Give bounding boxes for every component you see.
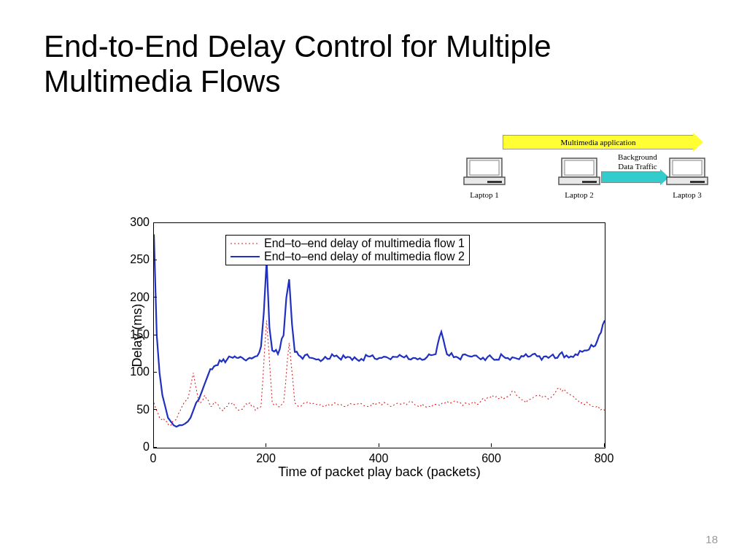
x-tick-label: 0 (150, 452, 157, 465)
y-tick-label: 150 (124, 328, 150, 341)
y-tick-label: 100 (124, 365, 150, 378)
x-tick-label: 200 (256, 452, 276, 465)
svg-rect-3 (487, 181, 502, 183)
laptop-1-icon: Laptop 1 (462, 157, 506, 193)
x-axis-label: Time of packet play back (packets) (153, 464, 605, 480)
background-traffic-arrow (601, 171, 661, 183)
legend-entry-flow2: End–to–end delay of multimedia flow 2 (231, 250, 465, 263)
svg-rect-11 (690, 181, 705, 183)
slide: End-to-End Delay Control for Multiple Mu… (0, 0, 747, 560)
y-tick-label: 200 (124, 291, 150, 304)
x-tick-label: 800 (595, 452, 614, 465)
svg-rect-1 (470, 160, 499, 175)
svg-rect-9 (673, 160, 702, 175)
network-diagram: Multimedia application Background Data T… (462, 135, 711, 208)
page-number: 18 (705, 533, 718, 545)
series-flow1-line (154, 321, 605, 426)
svg-rect-7 (582, 181, 597, 183)
delay-chart: Delay (ms) Time of packet play back (pac… (102, 215, 627, 478)
y-tick-label: 0 (124, 440, 150, 454)
y-tick-label: 250 (124, 253, 150, 266)
chart-legend: End–to–end delay of multimedia flow 1 En… (225, 235, 470, 265)
laptop-2-icon: Laptop 2 (557, 157, 601, 193)
laptop-3-icon: Laptop 3 (665, 157, 709, 193)
x-tick-label: 400 (369, 452, 389, 465)
plot-area: End–to–end delay of multimedia flow 1 En… (153, 222, 605, 448)
slide-title: End-to-End Delay Control for Multiple Mu… (44, 29, 703, 100)
legend-entry-flow1: End–to–end delay of multimedia flow 1 (231, 237, 465, 250)
x-tick-label: 600 (481, 452, 501, 465)
y-tick-label: 50 (124, 403, 150, 416)
svg-rect-5 (565, 160, 594, 175)
y-tick-label: 300 (124, 216, 150, 229)
multimedia-arrow: Multimedia application (503, 135, 694, 149)
